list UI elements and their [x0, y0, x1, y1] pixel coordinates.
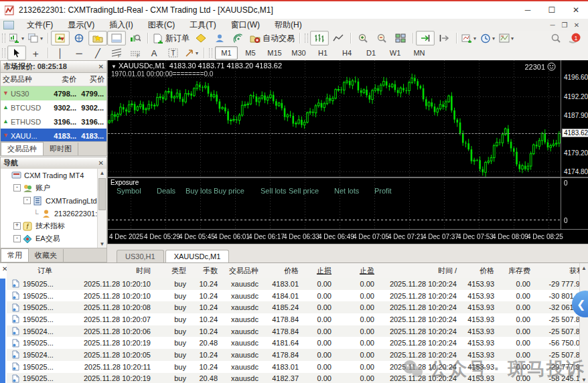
menu-item-3[interactable]: 图表(C) — [141, 19, 183, 31]
order-row-3[interactable]: 195025...2025.11.28 10:20:07buy10.24xauu… — [7, 313, 580, 325]
child-restore-button[interactable]: ❐ — [559, 21, 571, 29]
zoom-out-button[interactable] — [372, 31, 391, 46]
strategy-tester-button[interactable] — [126, 31, 145, 46]
terminal-left-scrollbar[interactable] — [0, 279, 5, 383]
tree-item-0[interactable]: CXM Trading MT4 — [1, 169, 98, 181]
time-axis[interactable]: 4 Dec 20254 Dec 05:294 Dec 05:454 Dec 06… — [108, 229, 588, 244]
tile-windows-button[interactable] — [391, 31, 410, 46]
terminal-scrollbar[interactable]: ▲ ▼ — [579, 263, 588, 383]
scrollbar-thumb[interactable] — [98, 178, 106, 210]
menu-item-5[interactable]: 窗口(W) — [224, 19, 267, 31]
orders-column-4[interactable]: 交易品种 — [220, 263, 261, 278]
orders-column-8[interactable]: 时间 / — [377, 263, 459, 278]
order-row-1[interactable]: 195025...2025.11.28 10:20:10buy10.24xauu… — [7, 290, 580, 302]
collapse-icon[interactable]: - — [13, 235, 21, 242]
auto-scroll-button[interactable] — [416, 31, 435, 46]
tree-item-5[interactable]: -EA交易 — [1, 232, 98, 245]
new-order-button[interactable]: 新订单 — [151, 31, 192, 46]
new-chart-button[interactable]: ▾ — [7, 31, 26, 46]
zoom-in-button[interactable] — [354, 31, 372, 46]
text-tool[interactable]: A — [145, 46, 163, 60]
chart-bars-button[interactable] — [310, 31, 329, 46]
market-watch-row-US30[interactable]: ▼US304798...4799... — [1, 86, 106, 100]
timeframe-mn[interactable]: MN — [408, 46, 431, 60]
chart-shift-button[interactable] — [435, 31, 453, 46]
scroll-up-icon[interactable]: ▲ — [580, 265, 588, 271]
vertical-line-tool[interactable]: │ — [51, 46, 70, 60]
column-ask[interactable]: 买价 — [78, 74, 106, 84]
market-watch-row-XAUU[interactable]: ▼XAUU...4183...4183... — [1, 129, 106, 143]
autotrading-button[interactable]: 自动交易 — [248, 31, 297, 46]
timeframe-m30[interactable]: M30 — [287, 46, 310, 60]
column-bid[interactable]: 卖价 — [49, 74, 78, 84]
order-row-8[interactable]: 195025...2025.11.28 10:20:19buy20.48xauu… — [7, 373, 580, 383]
menu-item-6[interactable]: 帮助(H) — [267, 19, 309, 31]
chart-child-window-icon[interactable] — [3, 21, 14, 29]
maximize-button[interactable]: ☐ — [540, 1, 564, 19]
order-row-5[interactable]: 195025...2025.11.28 10:20:19buy20.48xauu… — [7, 337, 580, 349]
timeframe-m5[interactable]: M5 — [239, 46, 262, 60]
notification-badge[interactable]: 1 — [565, 31, 584, 46]
chart-line-button[interactable] — [329, 31, 348, 46]
market-watch-row-BTCUSD[interactable]: ▲BTCUSD9302...9302... — [1, 100, 106, 114]
navigator-scrollbar[interactable]: ▲ ▼ — [97, 169, 106, 248]
orders-column-3[interactable]: 手数 — [189, 263, 220, 278]
column-symbol[interactable]: 交易品种 — [1, 74, 49, 84]
channel-tool[interactable]: F — [126, 46, 145, 60]
menu-item-1[interactable]: 显示(V) — [60, 19, 102, 31]
minimize-button[interactable]: ─ — [516, 1, 540, 19]
chart-window[interactable]: ▼ XAUUSDc,M1 4183.30 4183.71 4183.20 418… — [107, 60, 588, 244]
navigator-tab-收藏夹[interactable]: 收藏夹 — [29, 249, 64, 262]
order-row-0[interactable]: 195025...2025.11.28 10:20:10buy10.24xauu… — [7, 278, 580, 290]
collapse-icon[interactable]: - — [13, 184, 21, 192]
timeframe-h4[interactable]: H4 — [336, 46, 358, 60]
order-row-7[interactable]: 195025...2025.11.28 10:20:11buy10.24xauu… — [7, 361, 580, 373]
chart-tab-XAUUSDcM1[interactable]: XAUUSDc,M1 — [165, 250, 230, 262]
orders-column-6[interactable]: 止损 — [301, 263, 334, 278]
toolbar-grip[interactable] — [2, 48, 5, 58]
market-watch-tab-交易品种[interactable]: 交易品种 — [1, 142, 44, 155]
chart-tab-US30H1[interactable]: US30,H1 — [117, 250, 164, 262]
fibonacci-tool[interactable]: F — [107, 46, 126, 60]
navigator-close-icon[interactable]: ✕ — [98, 159, 104, 167]
orders-column-7[interactable]: 止盈 — [334, 263, 377, 278]
metaeditor-button[interactable] — [192, 31, 210, 46]
navigator-tab-常用[interactable]: 常用 — [1, 248, 29, 262]
scroll-up-icon[interactable]: ▲ — [98, 170, 106, 176]
close-button[interactable]: ✕ — [564, 1, 588, 19]
child-minimize-button[interactable]: ─ — [546, 21, 559, 29]
market-watch-tab-即时图[interactable]: 即时图 — [44, 143, 78, 155]
expand-icon[interactable]: + — [13, 222, 21, 230]
market-watch-close-icon[interactable]: ✕ — [98, 63, 104, 70]
timeframe-m15[interactable]: M15 — [263, 46, 286, 60]
order-row-2[interactable]: 195025...2025.11.28 10:20:08buy10.24xauu… — [7, 301, 580, 313]
market-watch-row-ETHUSD[interactable]: ▲ETHUSD3196...3196... — [1, 114, 106, 129]
tree-item-4[interactable]: +f技术指标 — [1, 220, 98, 232]
order-row-4[interactable]: 195024...2025.11.28 10:20:06buy10.24xauu… — [7, 325, 580, 337]
menu-item-0[interactable]: 文件(F) — [19, 19, 60, 31]
orders-column-11[interactable]: 获利 — [533, 263, 587, 278]
tree-item-1[interactable]: -账户 — [1, 181, 98, 194]
search-icon[interactable] — [546, 31, 565, 46]
order-row-6[interactable]: 195024...2025.11.28 10:20:05buy10.24xauu… — [7, 349, 580, 361]
child-close-button[interactable]: ✕ — [571, 21, 583, 29]
data-window-button[interactable] — [70, 31, 88, 46]
scroll-down-icon[interactable]: ▼ — [98, 241, 106, 247]
text-label-tool[interactable]: T — [163, 46, 182, 60]
arrows-tool[interactable]: ▾ — [182, 46, 201, 60]
templates-button[interactable]: ▾ — [497, 31, 516, 46]
orders-column-2[interactable]: 类型 — [153, 263, 189, 278]
orders-column-9[interactable]: 价格 — [459, 263, 497, 278]
horizontal-line-tool[interactable]: ─ — [70, 46, 88, 60]
terminal-toggle[interactable] — [107, 31, 126, 46]
tree-item-2[interactable]: -CXMTradingLtd- — [1, 194, 98, 207]
trendline-tool[interactable]: ╱ — [88, 46, 107, 60]
profiles-button[interactable]: ▾ — [26, 31, 45, 46]
crosshair-tool[interactable]: ＋ — [26, 46, 45, 60]
candlestick-chart[interactable] — [108, 60, 561, 177]
navigator-toggle[interactable] — [88, 31, 107, 46]
orders-column-0[interactable]: 订单 — [7, 263, 74, 278]
signals-button[interactable] — [229, 31, 248, 46]
tree-item-3[interactable]: └2132622301: — [1, 207, 98, 220]
collapse-icon[interactable]: - — [23, 197, 31, 204]
